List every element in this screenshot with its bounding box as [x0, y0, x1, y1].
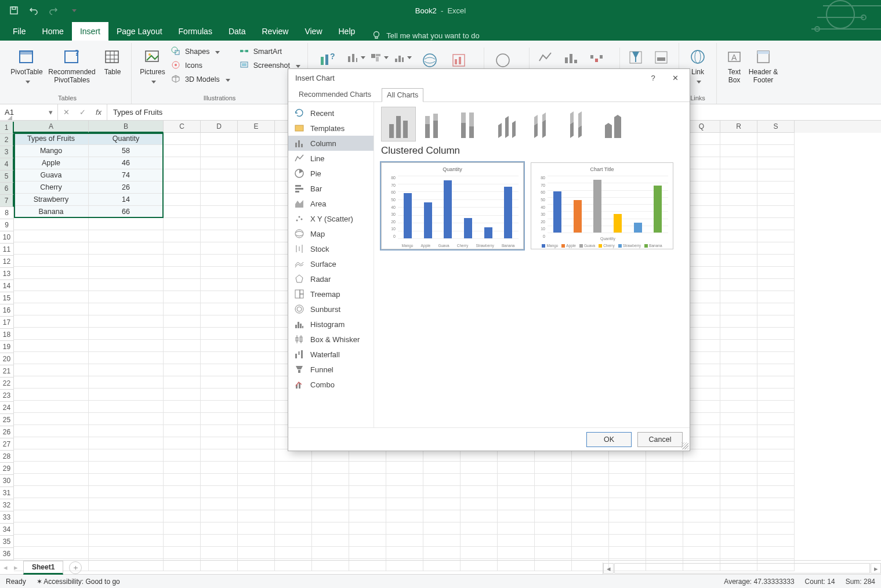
- cell-I35[interactable]: [386, 547, 423, 559]
- chart-type-surface[interactable]: Surface: [288, 256, 374, 271]
- cell-O31[interactable]: [609, 498, 646, 510]
- cell-I31[interactable]: [386, 498, 423, 510]
- cell-S35[interactable]: [757, 547, 795, 559]
- row-header-35[interactable]: 35: [0, 536, 14, 548]
- cell-N32[interactable]: [572, 510, 609, 522]
- cell-E31[interactable]: [238, 498, 275, 510]
- timeline-button[interactable]: [651, 48, 671, 67]
- cell-S11[interactable]: [757, 255, 795, 267]
- cell-M33[interactable]: [535, 522, 572, 535]
- row-header-22[interactable]: 22: [0, 378, 14, 390]
- cell-R25[interactable]: [720, 425, 757, 437]
- row-header-1[interactable]: 1: [0, 122, 14, 134]
- cell-A33[interactable]: [14, 522, 89, 535]
- scroll-right-icon[interactable]: ▸: [871, 563, 881, 574]
- cell-R16[interactable]: [720, 315, 757, 328]
- cell-A12[interactable]: [14, 267, 89, 279]
- cell-M32[interactable]: [535, 510, 572, 522]
- cell-N35[interactable]: [572, 547, 609, 559]
- column-subtype-7[interactable]: [597, 107, 632, 141]
- cell-R28[interactable]: [720, 462, 757, 474]
- cell-B32[interactable]: [89, 510, 164, 522]
- cell-S4[interactable]: [757, 169, 795, 182]
- chart-type-combo[interactable]: Combo: [288, 377, 374, 392]
- cell-H28[interactable]: [349, 462, 386, 474]
- cell-B1[interactable]: Quantity: [89, 133, 164, 145]
- row-header-12[interactable]: 12: [0, 256, 14, 268]
- cell-D31[interactable]: [201, 498, 238, 510]
- cell-A14[interactable]: [14, 291, 89, 303]
- cell-Q32[interactable]: [683, 510, 720, 522]
- textbox-button[interactable]: AText Box: [722, 44, 747, 85]
- cell-B12[interactable]: [89, 267, 164, 279]
- cell-D19[interactable]: [201, 352, 238, 364]
- cell-L28[interactable]: [498, 462, 535, 474]
- row-header-34[interactable]: 34: [0, 524, 14, 536]
- row-header-31[interactable]: 31: [0, 487, 14, 499]
- chart-type-map[interactable]: Map: [288, 226, 374, 241]
- cell-B6[interactable]: 14: [89, 194, 164, 206]
- cell-C24[interactable]: [164, 413, 201, 425]
- cell-S22[interactable]: [757, 389, 795, 401]
- cell-C5[interactable]: [164, 182, 201, 194]
- cell-A28[interactable]: [14, 462, 89, 474]
- cell-H31[interactable]: [349, 498, 386, 510]
- chart-type-pie[interactable]: Pie: [288, 166, 374, 181]
- cell-S33[interactable]: [757, 522, 795, 535]
- cell-B18[interactable]: [89, 340, 164, 352]
- row-header-9[interactable]: 9: [0, 219, 14, 231]
- cell-R26[interactable]: [720, 437, 757, 449]
- cell-B34[interactable]: [89, 535, 164, 547]
- cell-G34[interactable]: [312, 535, 349, 547]
- chart-type-stock[interactable]: Stock: [288, 241, 374, 256]
- cell-I32[interactable]: [386, 510, 423, 522]
- cell-P27[interactable]: [646, 449, 683, 462]
- cell-D25[interactable]: [201, 425, 238, 437]
- cell-K31[interactable]: [461, 498, 498, 510]
- cell-O33[interactable]: [609, 522, 646, 535]
- cell-J31[interactable]: [423, 498, 461, 510]
- cell-P32[interactable]: [646, 510, 683, 522]
- column-subtype-6[interactable]: [561, 107, 596, 141]
- cell-B20[interactable]: [89, 364, 164, 376]
- cancel-button[interactable]: Cancel: [637, 432, 683, 447]
- cell-A27[interactable]: [14, 449, 89, 462]
- cell-R6[interactable]: [720, 194, 757, 206]
- cell-E28[interactable]: [238, 462, 275, 474]
- cell-S2[interactable]: [757, 145, 795, 157]
- cell-B7[interactable]: 66: [89, 206, 164, 218]
- cell-B4[interactable]: 74: [89, 169, 164, 182]
- dialog-tab-recommended[interactable]: Recommended Charts: [294, 88, 376, 102]
- cell-P35[interactable]: [646, 547, 683, 559]
- cell-R29[interactable]: [720, 474, 757, 486]
- row-header-26[interactable]: 26: [0, 426, 14, 438]
- row-header-7[interactable]: 7: [0, 195, 14, 207]
- cell-F30[interactable]: [275, 486, 312, 498]
- chart-type-treemap[interactable]: Treemap: [288, 286, 374, 302]
- sheet-nav-prev[interactable]: ◂: [0, 563, 10, 572]
- cell-Q27[interactable]: [683, 449, 720, 462]
- column-header-D[interactable]: D: [201, 121, 238, 133]
- cell-D8[interactable]: [201, 218, 238, 230]
- cell-E11[interactable]: [238, 255, 275, 267]
- shapes-button[interactable]: Shapes: [169, 45, 233, 58]
- cell-B30[interactable]: [89, 486, 164, 498]
- cell-E24[interactable]: [238, 413, 275, 425]
- cell-Q34[interactable]: [683, 535, 720, 547]
- sheet-tab-sheet1[interactable]: Sheet1: [23, 561, 63, 575]
- chart-type-waterfall[interactable]: Waterfall: [288, 347, 374, 362]
- row-header-10[interactable]: 10: [0, 231, 14, 244]
- fx-icon[interactable]: fx: [90, 108, 107, 117]
- cell-J34[interactable]: [423, 535, 461, 547]
- cell-J28[interactable]: [423, 462, 461, 474]
- cell-S30[interactable]: [757, 486, 795, 498]
- cell-R18[interactable]: [720, 340, 757, 352]
- cell-O27[interactable]: [609, 449, 646, 462]
- row-header-3[interactable]: 3: [0, 146, 14, 158]
- column-header-C[interactable]: C: [164, 121, 201, 133]
- cell-D21[interactable]: [201, 376, 238, 389]
- cell-C34[interactable]: [164, 535, 201, 547]
- cancel-formula-icon[interactable]: ✕: [58, 108, 74, 117]
- cell-C30[interactable]: [164, 486, 201, 498]
- status-accessibility[interactable]: ✶ Accessibility: Good to go: [37, 578, 120, 586]
